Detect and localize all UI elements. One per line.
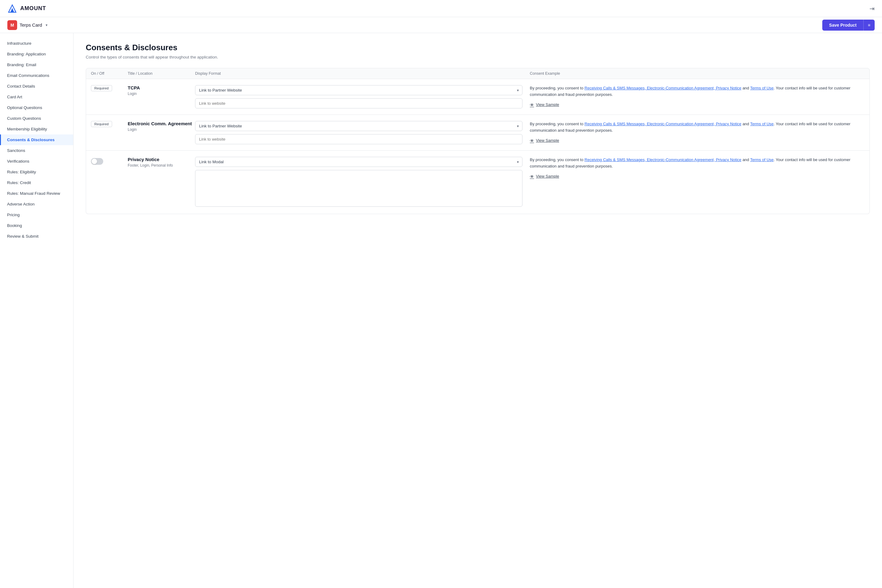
consent-example-privacy-notice: By proceeding, you consent to Receiving … [530, 157, 864, 180]
consent-location-privacy-notice: Footer, Login, Personal Info [128, 163, 195, 168]
format-select-electronic-comm[interactable]: Link to Partner WebsiteLink to ModalLink… [195, 121, 522, 131]
sidebar: InfrastructureBranding: ApplicationBrand… [0, 33, 74, 588]
main-layout: InfrastructureBranding: ApplicationBrand… [0, 33, 882, 588]
consent-example-electronic-comm: By proceeding, you consent to Receiving … [530, 121, 864, 144]
svg-marker-1 [10, 8, 14, 12]
col-header-title: Title / Location [128, 71, 195, 76]
view-sample-privacy-notice[interactable]: 👁 View Sample [530, 173, 864, 180]
product-dropdown-icon[interactable]: ▾ [46, 23, 48, 27]
sidebar-item-verifications[interactable]: Verifications [0, 156, 73, 166]
consent-rows: Required TCPA Login Link to Partner Webs… [86, 79, 870, 214]
consent-row-tcpa: Required TCPA Login Link to Partner Webs… [86, 79, 870, 115]
col-header-format: Display Format [195, 71, 530, 76]
table-header: On / Off Title / Location Display Format… [86, 68, 870, 79]
format-col-privacy-notice: Link to Partner WebsiteLink to ModalLink… [195, 157, 530, 208]
col-header-on-off: On / Off [91, 71, 128, 76]
consent-title-electronic-comm: Electronic Comm. Agreement [128, 121, 195, 126]
toggle-privacy-notice[interactable] [91, 158, 103, 165]
consent-title-col-electronic-comm: Electronic Comm. Agreement Login [128, 121, 195, 132]
consent-location-electronic-comm: Login [128, 128, 195, 132]
page-title: Consents & Disclosures [86, 43, 870, 52]
consent-title-col-privacy-notice: Privacy Notice Footer, Login, Personal I… [128, 157, 195, 168]
example-link1-privacy-notice[interactable]: Receiving Calls & SMS Messages, Electron… [585, 158, 741, 162]
sidebar-item-card-art[interactable]: Card Art [0, 92, 73, 102]
save-product-button[interactable]: Save Product [822, 20, 863, 31]
sidebar-item-branding-application[interactable]: Branding: Application [0, 49, 73, 59]
logo-text: AMOUNT [20, 5, 46, 12]
eye-icon-tcpa: 👁 [530, 102, 534, 108]
toggle-wrapper-privacy-notice [91, 157, 128, 165]
sidebar-item-consents-disclosures[interactable]: Consents & Disclosures [0, 135, 73, 145]
top-navigation: AMOUNT ⇥ [0, 0, 882, 17]
sidebar-item-review-submit[interactable]: Review & Submit [0, 231, 73, 242]
view-sample-tcpa[interactable]: 👁 View Sample [530, 102, 864, 108]
example-link1-tcpa[interactable]: Receiving Calls & SMS Messages, Electron… [585, 86, 741, 90]
toggle-knob-privacy-notice [92, 159, 97, 164]
sidebar-item-branding-email[interactable]: Branding: Email [0, 59, 73, 70]
sidebar-item-pricing[interactable]: Pricing [0, 210, 73, 220]
example-link2-electronic-comm[interactable]: Terms of Use [750, 122, 774, 126]
sidebar-item-rules-manual-fraud[interactable]: Rules: Manual Fraud Review [0, 188, 73, 199]
consent-location-tcpa: Login [128, 92, 195, 96]
product-name: Terps Card [20, 22, 42, 28]
sidebar-item-sanctions[interactable]: Sanctions [0, 145, 73, 156]
product-selector[interactable]: M Terps Card ▾ [8, 20, 48, 30]
eye-icon-privacy-notice: 👁 [530, 173, 534, 180]
sidebar-item-rules-eligibility[interactable]: Rules: Eligibility [0, 166, 73, 177]
consent-title-tcpa: TCPA [128, 85, 195, 90]
consent-example-tcpa: By proceeding, you consent to Receiving … [530, 85, 864, 108]
sidebar-item-custom-questions[interactable]: Custom Questions [0, 113, 73, 124]
sidebar-item-adverse-action[interactable]: Adverse Action [0, 199, 73, 210]
sidebar-item-optional-questions[interactable]: Optional Questions [0, 102, 73, 113]
sidebar-item-booking[interactable]: Booking [0, 220, 73, 231]
required-badge-tcpa: Required [91, 85, 128, 91]
sidebar-item-rules-credit[interactable]: Rules: Credit [0, 177, 73, 188]
example-link2-privacy-notice[interactable]: Terms of Use [750, 158, 774, 162]
logout-icon[interactable]: ⇥ [870, 5, 874, 12]
sidebar-item-email-communications[interactable]: Email Communications [0, 70, 73, 81]
sidebar-item-membership-eligibility[interactable]: Membership Eligibility [0, 124, 73, 135]
example-link1-electronic-comm[interactable]: Receiving Calls & SMS Messages, Electron… [585, 122, 741, 126]
view-sample-label-privacy-notice: View Sample [536, 173, 559, 180]
page-subtitle: Control the types of consents that will … [86, 55, 870, 59]
select-wrapper-electronic-comm: Link to Partner WebsiteLink to ModalLink… [195, 121, 522, 131]
format-select-tcpa[interactable]: Link to Partner WebsiteLink to ModalLink… [195, 85, 522, 95]
main-content: Consents & Disclosures Control the types… [74, 33, 882, 588]
select-wrapper-privacy-notice: Link to Partner WebsiteLink to ModalLink… [195, 157, 522, 167]
product-avatar: M [8, 20, 17, 30]
consent-row-privacy-notice: Privacy Notice Footer, Login, Personal I… [86, 151, 870, 214]
sidebar-item-contact-details[interactable]: Contact Details [0, 81, 73, 92]
logo-area: AMOUNT [8, 4, 46, 14]
sub-navigation: M Terps Card ▾ Save Product ≡ [0, 17, 882, 33]
example-link2-tcpa[interactable]: Terms of Use [750, 86, 774, 90]
view-sample-label-electronic-comm: View Sample [536, 138, 559, 144]
format-col-electronic-comm: Link to Partner WebsiteLink to ModalLink… [195, 121, 530, 144]
view-sample-label-tcpa: View Sample [536, 102, 559, 108]
link-input-tcpa[interactable] [195, 98, 522, 108]
save-options-button[interactable]: ≡ [863, 20, 874, 31]
view-sample-electronic-comm[interactable]: 👁 View Sample [530, 138, 864, 144]
eye-icon-electronic-comm: 👁 [530, 138, 534, 144]
save-button-group: Save Product ≡ [822, 20, 874, 31]
consent-title-col-tcpa: TCPA Login [128, 85, 195, 96]
sidebar-item-infrastructure[interactable]: Infrastructure [0, 38, 73, 49]
format-col-tcpa: Link to Partner WebsiteLink to ModalLink… [195, 85, 530, 108]
nav-right: ⇥ [870, 5, 874, 12]
amount-logo-icon [8, 4, 17, 14]
link-input-electronic-comm[interactable] [195, 134, 522, 144]
required-badge-electronic-comm: Required [91, 121, 128, 127]
consent-title-privacy-notice: Privacy Notice [128, 157, 195, 162]
consent-row-electronic-comm: Required Electronic Comm. Agreement Logi… [86, 115, 870, 151]
format-select-privacy-notice[interactable]: Link to Partner WebsiteLink to ModalLink… [195, 157, 522, 167]
link-textarea-privacy-notice[interactable] [195, 170, 522, 207]
select-wrapper-tcpa: Link to Partner WebsiteLink to ModalLink… [195, 85, 522, 95]
col-header-example: Consent Example [530, 71, 864, 76]
